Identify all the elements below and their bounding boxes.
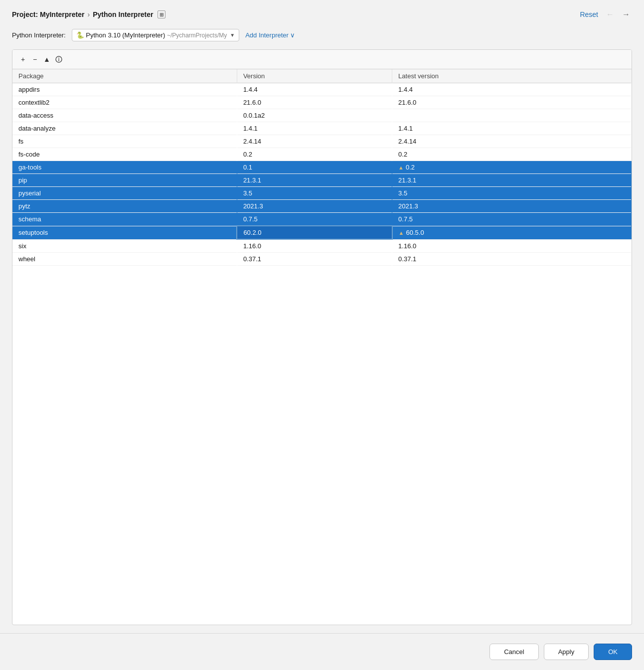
table-row[interactable]: fs2.4.142.4.14 <box>12 135 632 148</box>
package-name: pyserial <box>12 187 237 200</box>
settings-icon[interactable]: ⊞ <box>158 10 165 18</box>
package-latest-version: 2021.3 <box>392 200 632 213</box>
interpreter-row: Python Interpreter: 🐍 Python 3.10 (MyInt… <box>0 25 644 49</box>
dropdown-arrow-icon: ▼ <box>230 32 235 38</box>
package-version: 0.37.1 <box>237 253 392 266</box>
show-details-button[interactable] <box>53 54 64 65</box>
package-version: 1.16.0 <box>237 239 392 253</box>
cancel-button[interactable]: Cancel <box>489 644 538 660</box>
upgrade-available-icon: ▲ <box>398 165 404 170</box>
table-scroll[interactable]: Package Version Latest version appdirs1.… <box>12 69 632 625</box>
package-version: 1.4.1 <box>237 122 392 135</box>
package-latest-version: 1.4.1 <box>392 122 632 135</box>
table-row[interactable]: data-analyze1.4.11.4.1 <box>12 122 632 135</box>
table-row[interactable]: data-access0.0.1a2 <box>12 109 632 122</box>
table-row[interactable]: wheel0.37.10.37.1 <box>12 253 632 266</box>
package-version: 21.3.1 <box>237 174 392 187</box>
package-latest-version: 0.37.1 <box>392 253 632 266</box>
reset-button[interactable]: Reset <box>578 9 600 19</box>
package-version: 0.1 <box>237 161 392 174</box>
footer: Cancel Apply OK <box>0 633 644 670</box>
table-row[interactable]: pytz2021.32021.3 <box>12 200 632 213</box>
interpreter-label: Python Interpreter: <box>12 31 66 39</box>
table-row[interactable]: setuptools60.2.0▲ 60.5.0 <box>12 226 632 239</box>
package-latest-version: ▲ 60.5.0 <box>392 226 632 239</box>
table-row[interactable]: appdirs1.4.41.4.4 <box>12 83 632 96</box>
svg-point-1 <box>58 58 59 59</box>
settings-dialog: Project: MyInterpreter › Python Interpre… <box>0 0 644 670</box>
breadcrumb-project: Project: MyInterpreter <box>12 10 84 18</box>
package-latest-version: 3.5 <box>392 187 632 200</box>
package-name: contextlib2 <box>12 96 237 109</box>
breadcrumb: Project: MyInterpreter › Python Interpre… <box>12 10 578 18</box>
package-name: appdirs <box>12 83 237 96</box>
package-version: 0.0.1a2 <box>237 109 392 122</box>
col-package: Package <box>12 69 237 83</box>
package-latest-version: 21.6.0 <box>392 96 632 109</box>
header: Project: MyInterpreter › Python Interpre… <box>0 0 644 25</box>
upgrade-package-button[interactable]: ▲ <box>41 54 52 65</box>
package-name: schema <box>12 213 237 226</box>
table-toolbar: + − ▲ <box>12 50 632 69</box>
table-header-row: Package Version Latest version <box>12 69 632 83</box>
package-latest-version: 0.7.5 <box>392 213 632 226</box>
apply-button[interactable]: Apply <box>544 644 589 660</box>
package-version: 3.5 <box>237 187 392 200</box>
breadcrumb-separator: › <box>87 10 90 18</box>
package-latest-version <box>392 109 632 122</box>
package-name: data-access <box>12 109 237 122</box>
package-name: data-analyze <box>12 122 237 135</box>
package-latest-version: 1.4.4 <box>392 83 632 96</box>
package-name: fs <box>12 135 237 148</box>
add-package-button[interactable]: + <box>17 54 28 65</box>
package-name: ga-tools <box>12 161 237 174</box>
table-row[interactable]: schema0.7.50.7.5 <box>12 213 632 226</box>
package-name: pytz <box>12 200 237 213</box>
interpreter-name: Python 3.10 (MyInterpreter) <box>86 31 165 39</box>
package-version: 60.2.0 <box>237 226 392 239</box>
package-latest-version: 2.4.14 <box>392 135 632 148</box>
package-version: 1.4.4 <box>237 83 392 96</box>
table-row[interactable]: fs-code0.20.2 <box>12 148 632 161</box>
package-latest-version: ▲ 0.2 <box>392 161 632 174</box>
header-actions: Reset ← → <box>578 9 632 20</box>
package-version: 2021.3 <box>237 200 392 213</box>
python-icon: 🐍 <box>76 31 84 39</box>
back-button[interactable]: ← <box>604 9 616 20</box>
package-latest-version: 0.2 <box>392 148 632 161</box>
package-name: wheel <box>12 253 237 266</box>
col-version: Version <box>237 69 392 83</box>
package-version: 0.7.5 <box>237 213 392 226</box>
package-latest-version: 1.16.0 <box>392 239 632 253</box>
add-interpreter-button[interactable]: Add Interpreter ∨ <box>245 31 295 39</box>
breadcrumb-page: Python Interpreter <box>93 10 153 18</box>
ok-button[interactable]: OK <box>594 644 632 660</box>
table-row[interactable]: ga-tools0.1▲ 0.2 <box>12 161 632 174</box>
forward-button[interactable]: → <box>620 9 632 20</box>
remove-package-button[interactable]: − <box>29 54 40 65</box>
package-name: six <box>12 239 237 253</box>
package-version: 2.4.14 <box>237 135 392 148</box>
table-row[interactable]: pyserial3.53.5 <box>12 187 632 200</box>
table-row[interactable]: six1.16.01.16.0 <box>12 239 632 253</box>
package-name: setuptools <box>12 226 237 239</box>
package-version: 21.6.0 <box>237 96 392 109</box>
table-row[interactable]: pip21.3.121.3.1 <box>12 174 632 187</box>
upgrade-available-icon: ▲ <box>399 230 404 236</box>
package-name: pip <box>12 174 237 187</box>
package-version: 0.2 <box>237 148 392 161</box>
interpreter-select-text: 🐍 Python 3.10 (MyInterpreter) ~/PycharmP… <box>76 31 227 39</box>
package-table-container: + − ▲ Package Version Latest version <box>12 49 632 625</box>
package-name: fs-code <box>12 148 237 161</box>
package-table: Package Version Latest version appdirs1.… <box>12 69 632 266</box>
col-latest: Latest version <box>392 69 632 83</box>
interpreter-select[interactable]: 🐍 Python 3.10 (MyInterpreter) ~/PycharmP… <box>72 29 240 41</box>
interpreter-path: ~/PycharmProjects/My <box>167 32 227 39</box>
package-latest-version: 21.3.1 <box>392 174 632 187</box>
table-row[interactable]: contextlib221.6.021.6.0 <box>12 96 632 109</box>
